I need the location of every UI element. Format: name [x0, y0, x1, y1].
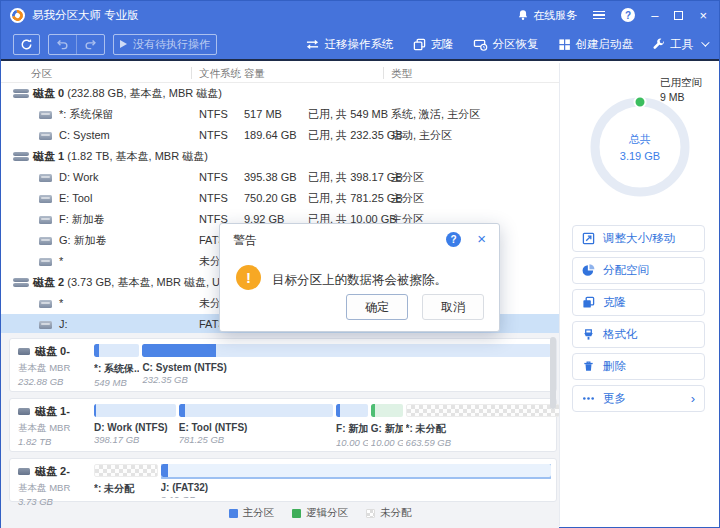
table-row-disk1[interactable]: 磁盘 1 (1.82 TB, 基本盘, MBR 磁盘) — [1, 146, 559, 167]
warning-dialog: 警告 ? × ! 目标分区上的数据将会被擦除。 确定 取消 — [219, 223, 500, 332]
clone-button-toolbar[interactable]: 克隆 — [413, 37, 454, 52]
dialog-close-icon[interactable]: × — [477, 230, 486, 248]
disk-icon — [13, 152, 29, 161]
warning-icon: ! — [236, 265, 261, 290]
disk-map-disk2: 磁盘 2- 基本盘 MBR 3.73 GB *: 未分配 558 MB J: (… — [9, 458, 557, 502]
cancel-button[interactable]: 取消 — [422, 294, 484, 320]
table-row-c-system[interactable]: C: System NTFS 189.64 GB已用, 共 232.35 GB … — [1, 125, 559, 146]
partition-icon — [39, 111, 52, 119]
disk-name: 磁盘 0- — [35, 344, 70, 359]
format-icon — [582, 328, 595, 341]
tools-label: 工具 — [670, 37, 693, 52]
map-block-unallocated-disk2[interactable]: *: 未分配 558 MB — [94, 464, 158, 498]
chevron-down-icon — [701, 38, 709, 46]
dialog-message: 目标分区上的数据将会被擦除。 — [272, 272, 447, 289]
bootable-disk-icon — [558, 38, 571, 51]
clone-button-sidebar[interactable]: 克隆 — [572, 289, 705, 316]
legend-unallocated: 未分配 — [366, 506, 412, 520]
app-title: 易我分区大师 专业版 — [32, 8, 139, 23]
column-header-type: 类型 — [391, 63, 412, 83]
table-row-disk0[interactable]: 磁盘 0 (232.88 GB, 基本盘, MBR 磁盘) — [1, 83, 559, 104]
allocate-space-icon — [582, 264, 595, 277]
partition-recovery-icon — [473, 38, 488, 51]
partition-icon — [39, 174, 52, 182]
table-row-e-tool[interactable]: E: Tool NTFS 750.20 GB已用, 共 781.25 GB 主分… — [1, 188, 559, 209]
disk-size: 1.82 TB — [18, 436, 94, 447]
create-bootable-disk-label: 创建启动盘 — [576, 37, 634, 52]
close-button[interactable]: × — [699, 9, 707, 22]
map-block-c-system[interactable]: C: System (NTFS) 232.35 GB — [142, 344, 551, 388]
map-block-system-reserved[interactable]: *: 系统保... 549 MB — [94, 344, 139, 388]
dialog-title: 警告 — [233, 232, 257, 249]
format-label: 格式化 — [603, 327, 638, 342]
delete-icon — [582, 360, 595, 373]
partition-icon — [39, 237, 52, 245]
dialog-help-icon[interactable]: ? — [446, 232, 461, 247]
disk-icon — [13, 89, 29, 98]
unallocated-swatch-icon — [366, 509, 375, 518]
title-bar: 易我分区大师 专业版 在线服务 ? – × — [1, 1, 719, 29]
column-header-capacity: 容量 — [244, 63, 265, 83]
disk-icon — [18, 348, 30, 355]
pending-operations-button[interactable]: 没有待执行操作 — [113, 34, 217, 55]
create-bootable-disk-button[interactable]: 创建启动盘 — [558, 37, 634, 52]
format-button[interactable]: 格式化 — [572, 321, 705, 348]
clone-icon — [413, 38, 426, 51]
migrate-os-button[interactable]: 迁移操作系统 — [305, 37, 394, 52]
play-icon — [120, 40, 127, 48]
more-icon — [582, 392, 595, 405]
disk-name: 磁盘 1- — [35, 404, 70, 419]
map-block-unallocated-disk1[interactable]: *: 未分配 663.59 GB — [406, 404, 560, 448]
disk-type: 基本盘 MBR — [18, 422, 94, 435]
map-block-f-volume[interactable]: F: 新加卷... 10.00 GB — [336, 404, 368, 448]
column-header-filesystem: 文件系统 — [199, 63, 241, 83]
bell-icon — [517, 9, 529, 21]
toolbar: 没有待执行操作 迁移操作系统 克隆 分区恢复 创建启动盘 工具 — [1, 29, 719, 61]
allocate-space-button[interactable]: 分配空间 — [572, 257, 705, 284]
delete-label: 删除 — [603, 359, 626, 374]
ok-button[interactable]: 确定 — [346, 294, 408, 320]
tools-icon — [652, 38, 665, 51]
resize-move-button[interactable]: 调整大小/移动 — [572, 225, 705, 252]
migrate-os-icon — [305, 38, 320, 51]
table-row-d-work[interactable]: D: Work NTFS 395.38 GB已用, 共 398.17 GB 主分… — [1, 167, 559, 188]
vertical-scrollbar[interactable] — [550, 337, 556, 409]
logical-swatch-icon — [292, 509, 301, 518]
redo-icon — [84, 38, 97, 51]
menu-icon[interactable] — [593, 9, 605, 22]
minimize-button[interactable]: – — [651, 9, 658, 22]
usage-donut-chart: 总共 3.19 GB — [588, 95, 692, 199]
online-service-label: 在线服务 — [533, 8, 577, 23]
undo-redo-group — [48, 34, 105, 55]
total-value: 3.19 GB — [620, 150, 660, 162]
pending-operations-label: 没有待执行操作 — [133, 37, 210, 52]
disk-map-disk1: 磁盘 1- 基本盘 MBR 1.82 TB D: Work (NTFS) 398… — [9, 398, 557, 452]
partition-icon — [39, 300, 52, 308]
redo-button[interactable] — [76, 35, 104, 54]
disk-name: 磁盘 2- — [35, 464, 70, 479]
refresh-button[interactable] — [13, 34, 40, 55]
clone-label-sidebar: 克隆 — [603, 295, 626, 310]
disk-icon — [18, 468, 30, 475]
more-button[interactable]: 更多 › — [572, 385, 705, 412]
maximize-button[interactable] — [674, 11, 683, 20]
total-label: 总共 — [629, 132, 651, 147]
table-row-system-reserved[interactable]: *: 系统保留 NTFS 517 MB已用, 共 549 MB 系统, 激活, … — [1, 104, 559, 125]
partition-recovery-label: 分区恢复 — [493, 37, 539, 52]
map-block-e-tool[interactable]: E: Tool (NTFS) 781.25 GB — [179, 404, 333, 448]
tools-button[interactable]: 工具 — [652, 37, 707, 52]
map-block-g-volume[interactable]: G: 新加卷... 10.00 GB — [371, 404, 403, 448]
app-logo-icon — [10, 8, 25, 23]
sidebar: 已用空间 9 MB 总共 3.19 GB 调整大小/移动 分配空间 — [559, 63, 718, 526]
partition-icon — [39, 132, 52, 140]
partition-recovery-button[interactable]: 分区恢复 — [473, 37, 539, 52]
disk-icon — [18, 408, 30, 415]
undo-button[interactable] — [49, 35, 76, 54]
map-block-j-selected[interactable]: J: (FAT32) 3.19 GB — [161, 464, 551, 498]
delete-button[interactable]: 删除 — [572, 353, 705, 380]
refresh-icon — [20, 38, 33, 51]
help-icon[interactable]: ? — [621, 8, 635, 22]
online-service-button[interactable]: 在线服务 — [517, 8, 577, 23]
partition-icon — [39, 216, 52, 224]
map-block-d-work[interactable]: D: Work (NTFS) 398.17 GB — [94, 404, 176, 448]
